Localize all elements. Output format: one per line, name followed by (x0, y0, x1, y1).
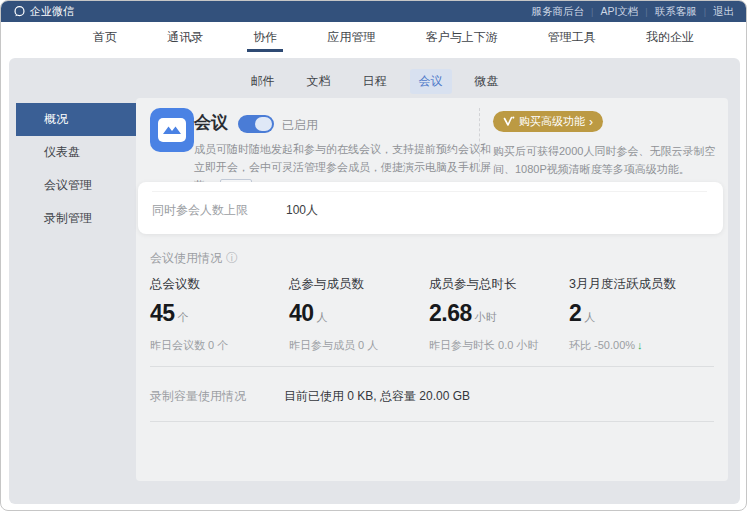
stat-value: 45 (150, 300, 175, 326)
main-nav: 首页 通讯录 协作 应用管理 客户与上下游 管理工具 我的企业 (1, 22, 746, 52)
nav-item-my-company[interactable]: 我的企业 (640, 22, 700, 52)
info-icon[interactable]: ⓘ (226, 250, 238, 267)
stat-subtext: 昨日参与时长 0.0 小时 (429, 338, 569, 353)
link-contact-support[interactable]: 联系客服 (655, 5, 697, 19)
link-separator: | (591, 7, 593, 17)
toggle-knob (255, 117, 272, 131)
highlighted-row: 同时参会人数上限 100人 (138, 182, 723, 234)
stat-subtext: 环比 -50.00% (569, 339, 635, 351)
wecom-logo-icon (13, 5, 26, 18)
brand: 企业微信 (13, 4, 74, 19)
tab-drive[interactable]: 微盘 (466, 69, 508, 94)
stat-unit: 小时 (475, 311, 497, 323)
stat-monthly-active: 3月月度活跃成员数 2人 环比 -50.00%↓ (569, 276, 709, 353)
nav-item-apps[interactable]: 应用管理 (321, 22, 381, 52)
topbar: 企业微信 服务商后台 | API文档 | 联系客服 | 退出 (1, 1, 746, 22)
app-status: 已启用 (282, 117, 318, 134)
link-logout[interactable]: 退出 (713, 5, 734, 19)
app-window: 企业微信 服务商后台 | API文档 | 联系客服 | 退出 首页 通讯录 协作… (0, 0, 747, 511)
tab-calendar[interactable]: 日程 (354, 69, 396, 94)
stat-unit: 人 (317, 311, 328, 323)
stat-total-duration: 成员参与总时长 2.68小时 昨日参与时长 0.0 小时 (429, 276, 569, 353)
sidebar-item-recording-management[interactable]: 录制管理 (16, 202, 136, 235)
buy-premium-label: 购买高级功能 (519, 114, 585, 129)
usage-section-title: 会议使用情况 ⓘ (150, 250, 238, 267)
usage-title-text: 会议使用情况 (150, 250, 222, 267)
row-divider (152, 191, 707, 192)
tab-mail[interactable]: 邮件 (242, 69, 284, 94)
nav-item-collaboration[interactable]: 协作 (247, 22, 283, 52)
vertical-dashed-divider (479, 108, 480, 172)
sidebar-item-dashboard[interactable]: 仪表盘 (16, 136, 136, 169)
max-participants-label: 同时参会人数上限 (152, 202, 248, 219)
subtabs: 邮件 文档 日程 会议 微盘 (9, 69, 740, 94)
stat-value: 2.68 (429, 300, 472, 326)
meeting-enabled-toggle[interactable] (238, 115, 274, 133)
premium-v-icon (503, 116, 515, 127)
content-panel: 邮件 文档 日程 会议 微盘 概况 仪表盘 会议管理 录制管理 会议 已 (9, 58, 740, 504)
link-api-docs[interactable]: API文档 (600, 5, 638, 19)
stat-title: 总参与成员数 (289, 276, 429, 293)
buy-premium-description: 购买后可获得2000人同时参会、无限云录制空间、1080P视频清晰度等多项高级功… (493, 142, 729, 178)
app-title: 会议 (194, 111, 228, 134)
brand-name: 企业微信 (30, 4, 74, 19)
stat-unit: 个 (178, 311, 189, 323)
link-separator: | (645, 7, 647, 17)
stat-subtext: 昨日参与成员 0 人 (289, 338, 429, 353)
meeting-app-icon (150, 108, 194, 152)
tab-meeting[interactable]: 会议 (410, 69, 452, 94)
stat-title: 3月月度活跃成员数 (569, 276, 709, 293)
topbar-links: 服务商后台 | API文档 | 联系客服 | 退出 (532, 5, 734, 19)
sidebar: 概况 仪表盘 会议管理 录制管理 (16, 103, 136, 235)
recording-capacity-label: 录制容量使用情况 (150, 388, 246, 405)
buy-premium-button[interactable]: 购买高级功能 › (493, 111, 603, 132)
chevron-right-icon: › (589, 116, 593, 128)
stat-value: 40 (289, 300, 314, 326)
stat-total-participants: 总参与成员数 40人 昨日参与成员 0 人 (289, 276, 429, 353)
sidebar-item-meeting-management[interactable]: 会议管理 (16, 169, 136, 202)
stat-unit: 人 (584, 311, 595, 323)
recording-capacity-value: 目前已使用 0 KB, 总容量 20.00 GB (284, 388, 470, 405)
trend-down-icon: ↓ (637, 339, 643, 351)
nav-item-contacts[interactable]: 通讯录 (161, 22, 209, 52)
link-separator: | (704, 7, 706, 17)
tab-docs[interactable]: 文档 (298, 69, 340, 94)
stat-value: 2 (569, 300, 581, 326)
stat-total-meetings: 总会议数 45个 昨日会议数 0 个 (150, 276, 290, 353)
meeting-card: 会议 已启用 成员可随时随地发起和参与的在线会议，支持提前预约会议和立即开会，会… (136, 98, 728, 481)
nav-item-admin-tools[interactable]: 管理工具 (542, 22, 602, 52)
max-participants-value: 100人 (286, 202, 318, 219)
nav-item-home[interactable]: 首页 (87, 22, 123, 52)
section-divider (150, 366, 714, 367)
stat-title: 总会议数 (150, 276, 290, 293)
section-divider (150, 421, 714, 422)
sidebar-item-overview[interactable]: 概况 (16, 103, 136, 136)
nav-item-customers[interactable]: 客户与上下游 (420, 22, 504, 52)
link-provider-console[interactable]: 服务商后台 (532, 5, 585, 19)
stat-title: 成员参与总时长 (429, 276, 569, 293)
stat-subtext: 昨日会议数 0 个 (150, 338, 290, 353)
